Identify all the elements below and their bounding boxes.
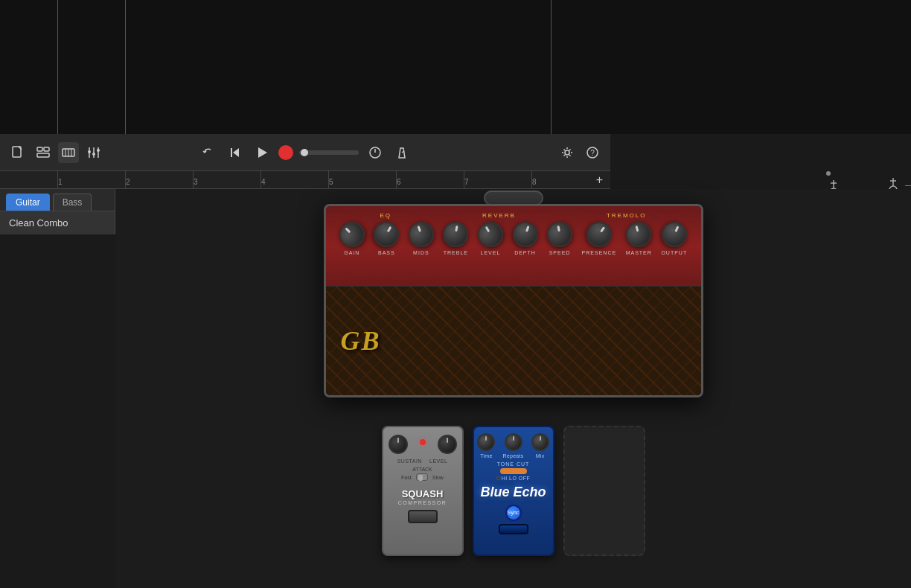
- svg-point-12: [92, 153, 95, 156]
- playback-slider[interactable]: [299, 150, 359, 155]
- guitar-tab[interactable]: Guitar: [6, 194, 50, 211]
- slow-label: Slow: [432, 475, 444, 480]
- amp-head: EQ REVERB TREMOLO GAIN BASS: [324, 204, 703, 412]
- svg-marker-16: [258, 147, 267, 158]
- hi-lo-off-label: HI LO OFF: [502, 476, 531, 481]
- attack-switch[interactable]: [416, 473, 428, 481]
- repeats-label: Repeats: [502, 453, 523, 458]
- clean-combo-preset[interactable]: Clean Combo: [0, 211, 115, 234]
- ruler-mark-6: 6: [396, 171, 401, 188]
- metronome-button[interactable]: [391, 142, 412, 163]
- svg-marker-14: [233, 148, 239, 157]
- squash-compressor-pedal: SUSTAIN LEVEL ATTACK Fast Slow SQUASH CO…: [382, 426, 464, 556]
- mix-label: Mix: [536, 453, 545, 458]
- speed-knob[interactable]: SPEED: [547, 222, 572, 255]
- hi-lo-off-area: HI LO OFF: [496, 476, 531, 481]
- master-knob[interactable]: MASTER: [626, 222, 652, 255]
- record-button[interactable]: [278, 145, 293, 160]
- presence-knob[interactable]: PRESENCE: [582, 222, 617, 255]
- blue-echo-pedal: Time Repeats Mix TONE CUT HI LO OFF Blue…: [473, 426, 554, 556]
- svg-marker-19: [399, 148, 405, 158]
- svg-text:?: ?: [590, 149, 595, 157]
- mixer-icon[interactable]: [83, 142, 104, 163]
- amp-area: EQ REVERB TREMOLO GAIN BASS: [115, 189, 911, 588]
- annotation-line-top: [701, 221, 703, 222]
- bass-knob[interactable]: BASS: [374, 222, 399, 255]
- skip-to-start-button[interactable]: [225, 142, 246, 163]
- count-in-button[interactable]: [365, 142, 386, 163]
- fast-label: Fast: [401, 475, 412, 480]
- ruler-mark-4: 4: [260, 171, 266, 188]
- smart-controls-icon[interactable]: [58, 142, 79, 163]
- new-document-icon[interactable]: [7, 142, 28, 163]
- annotation-line-bot: [701, 278, 703, 279]
- echo-knobs-row: Time Repeats Mix: [477, 433, 549, 458]
- amp-handle: [484, 191, 543, 205]
- repeats-knob[interactable]: [505, 433, 522, 451]
- mix-knob[interactable]: [531, 433, 549, 451]
- level-label: LEVEL: [429, 458, 447, 464]
- time-knob-group: Time: [477, 433, 495, 458]
- ruler-mark-3: 3: [193, 171, 198, 188]
- ruler-mark-5: 5: [328, 171, 333, 188]
- repeats-knob-group: Repeats: [502, 433, 523, 458]
- hi-dot: [496, 476, 500, 480]
- sustain-knob[interactable]: [389, 435, 408, 454]
- depth-knob[interactable]: DEPTH: [513, 222, 538, 255]
- time-label: Time: [480, 453, 493, 458]
- compressor-footswitch[interactable]: [408, 510, 438, 523]
- treble-knob[interactable]: TREBLE: [443, 222, 468, 255]
- svg-rect-2: [44, 147, 49, 151]
- timeline-ruler[interactable]: 1 2 3 4 5 6 7 8 +: [0, 171, 610, 189]
- toolbar: ?: [0, 134, 610, 171]
- eq-label: EQ: [380, 212, 391, 219]
- mix-knob-group: Mix: [531, 433, 549, 458]
- echo-sync-row: Sync: [505, 505, 522, 521]
- ruler-mark-8: 8: [531, 171, 537, 188]
- squash-subtitle: COMPRESSOR: [398, 500, 447, 505]
- play-button[interactable]: [252, 142, 272, 163]
- amp-body: EQ REVERB TREMOLO GAIN BASS: [324, 204, 703, 397]
- sync-button[interactable]: Sync: [505, 505, 522, 521]
- level-knob-pedal[interactable]: [438, 435, 457, 454]
- instrument-tab-row: Guitar Bass: [0, 189, 115, 211]
- attack-label: ATTACK: [412, 467, 432, 472]
- svg-point-11: [88, 150, 91, 153]
- level-knob-group: [438, 435, 457, 454]
- annotation-line-mid: [701, 247, 703, 248]
- add-track-button[interactable]: +: [596, 173, 603, 187]
- svg-rect-3: [37, 153, 49, 157]
- undo-button[interactable]: [198, 142, 219, 163]
- attack-switch-row: Fast Slow: [401, 473, 444, 481]
- led-group: [420, 439, 426, 454]
- echo-footswitch[interactable]: [499, 524, 528, 534]
- output-knob[interactable]: OUTPUT: [661, 222, 687, 255]
- compressor-led: [420, 439, 426, 445]
- reverb-label: REVERB: [482, 212, 516, 219]
- sustain-label: SUSTAIN: [397, 458, 422, 464]
- svg-rect-15: [231, 148, 232, 157]
- svg-point-21: [565, 150, 569, 155]
- ruler-mark-7: 7: [464, 171, 469, 188]
- top-area: [0, 0, 911, 134]
- amp-logo: GB: [341, 325, 381, 357]
- instrument-panel: Guitar Bass Clean Combo: [0, 189, 115, 234]
- pedals-row: SUSTAIN LEVEL ATTACK Fast Slow SQUASH CO…: [382, 426, 645, 556]
- level-knob[interactable]: LEVEL: [478, 222, 503, 255]
- empty-pedal-slot[interactable]: [563, 426, 645, 556]
- time-knob[interactable]: [477, 433, 495, 451]
- tone-cut-label: TONE CUT: [497, 461, 530, 467]
- tone-cut-switch[interactable]: [500, 468, 527, 474]
- echo-name: Blue Echo: [480, 485, 546, 500]
- mids-knob[interactable]: MIDS: [409, 222, 434, 255]
- bass-tab[interactable]: Bass: [53, 194, 92, 211]
- amp-section-labels: EQ REVERB TREMOLO: [335, 212, 692, 219]
- compressor-knob-labels: SUSTAIN LEVEL: [397, 458, 448, 464]
- amp-grille: GB: [326, 285, 701, 395]
- tracks-view-icon[interactable]: [33, 142, 54, 163]
- tuner-line: [905, 185, 911, 186]
- help-icon[interactable]: ?: [582, 142, 603, 163]
- gain-knob[interactable]: GAIN: [339, 222, 365, 255]
- transport-controls: [198, 142, 412, 163]
- settings-icon[interactable]: [557, 142, 578, 163]
